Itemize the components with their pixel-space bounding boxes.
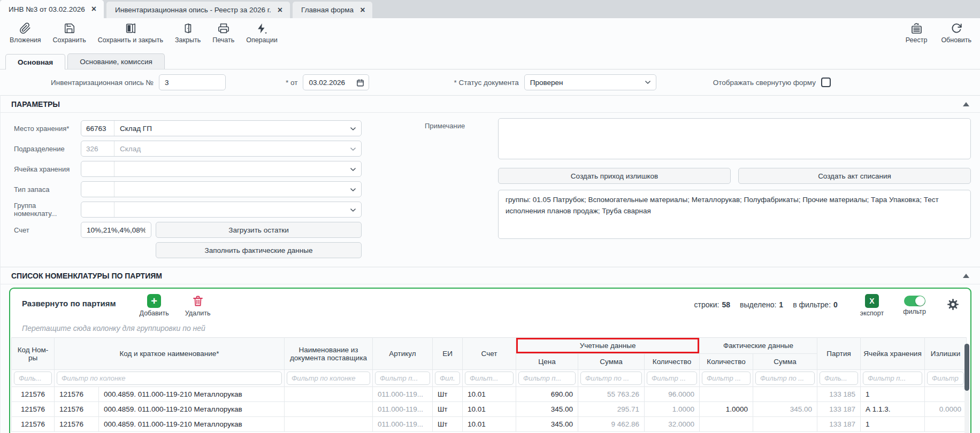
close-icon[interactable]: × [91,5,96,13]
table-cell[interactable]: 55 763.26 [578,387,645,402]
subdivision-select[interactable]: 326 Склад [81,141,362,157]
calendar-icon[interactable] [356,79,364,87]
table-cell[interactable] [700,387,753,402]
table-cell[interactable]: 121576 [55,402,99,417]
table-cell[interactable]: 000.4859. 011.000-119-210 Металлорукав [99,402,285,417]
date-input[interactable]: 03.02.2026 [303,74,369,90]
table-cell[interactable]: 121576 [55,417,99,432]
load-balances-button[interactable]: Загрузить остатки [156,222,362,238]
registry-button[interactable]: Реестр [906,22,928,44]
column-header[interactable]: Партия [817,338,861,370]
close-icon[interactable]: × [360,6,365,14]
table-cell[interactable]: Шт [433,417,463,432]
table-cell[interactable] [285,417,373,432]
table-row[interactable]: 121576121576000.4859. 011.000-119-210 Ме… [12,402,967,417]
table-row[interactable]: 121576121576000.4859. 011.000-119-210 Ме… [12,387,967,402]
table-cell[interactable]: 32.0000 [645,417,700,432]
column-header[interactable]: Ячейка хранения [861,338,925,370]
scrollbar-thumb[interactable] [964,344,969,391]
column-header[interactable]: Сумма [578,354,645,370]
stock-type-select[interactable] [81,181,362,197]
table-cell[interactable]: 0.0000 [925,402,967,417]
table-cell[interactable]: 121576 [12,402,55,417]
table-cell[interactable]: 121576 [12,417,55,432]
table-cell[interactable]: 345.00 [516,417,578,432]
column-header[interactable]: Артикул [373,338,433,370]
close-icon[interactable]: × [278,6,282,14]
save-button[interactable]: Сохранить [53,22,86,44]
inventory-number-input[interactable] [159,74,226,90]
table-cell[interactable]: 345.00 [516,402,578,417]
table-cell[interactable]: 011.000-119... [373,402,433,417]
fill-actual-data-button[interactable]: Заполнить фактические данные [156,242,362,258]
table-cell[interactable]: 96.0000 [645,387,700,402]
table-cell[interactable]: Шт [433,402,463,417]
export-excel-button[interactable]: X экспорт [860,294,884,317]
column-filter-input[interactable] [14,372,52,385]
table-cell[interactable]: 011.000-119... [373,387,433,402]
table-cell[interactable]: 133 187 [817,417,861,432]
table-cell[interactable] [925,387,967,402]
attachments-button[interactable]: Вложения [10,22,41,44]
table-cell[interactable]: 011.000-119... [373,417,433,432]
delete-row-button[interactable]: Удалить [185,294,211,317]
collapsed-form-checkbox[interactable] [821,78,831,87]
status-select[interactable]: Проверен [524,74,656,90]
column-filter-input[interactable] [518,372,576,385]
storage-place-select[interactable]: 66763 Склад ГП [81,120,362,136]
column-filter-input[interactable] [435,372,460,385]
save-and-close-button[interactable]: Сохранить и закрыть [98,22,163,44]
column-filter-input[interactable] [375,372,430,385]
gear-icon[interactable] [946,298,960,311]
column-filter-input[interactable] [580,372,642,385]
table-cell[interactable]: 133 185 [817,387,861,402]
table-cell[interactable] [925,417,967,432]
table-cell[interactable]: 121576 [12,387,55,402]
table-cell[interactable]: 1.0000 [645,402,700,417]
column-header[interactable]: Наименование из документа поставщика [285,338,373,370]
group-by-drop-zone[interactable]: Перетащите сюда колонку для группировки … [22,324,970,333]
collapse-icon[interactable] [963,102,969,106]
column-filter-input[interactable] [57,372,282,385]
column-filter-input[interactable] [647,372,697,385]
column-header[interactable]: Количество [645,354,700,370]
column-header[interactable]: Код и краткое наименование* [55,338,285,370]
column-header[interactable]: Излишки [925,338,967,370]
filter-toggle[interactable]: фильтр [903,294,926,315]
table-row[interactable]: 121576121576000.4859. 011.000-119-210 Ме… [12,417,967,432]
account-input[interactable] [81,222,151,238]
table-cell[interactable]: 121576 [55,387,99,402]
note-textarea[interactable] [498,118,971,159]
table-cell[interactable] [285,387,373,402]
column-filter-input[interactable] [702,372,751,385]
collapse-icon[interactable] [963,274,969,278]
window-tab-registry[interactable]: Инвентаризационная опись - Реестр за 202… [106,2,290,18]
table-cell[interactable]: 690.00 [516,387,578,402]
column-header[interactable]: ЕИ [433,338,463,370]
nomenclature-group-select[interactable] [81,202,362,218]
column-header[interactable]: Цена [516,354,578,370]
table-cell[interactable]: 345.00 [753,402,817,417]
column-group-header[interactable]: Учетные данные [516,338,700,354]
table-cell[interactable] [285,402,373,417]
refresh-button[interactable]: Обновить [941,22,971,44]
table-cell[interactable] [753,417,817,432]
table-cell[interactable]: 10.01 [463,417,516,432]
column-filter-input[interactable] [755,372,815,385]
column-header[interactable]: Код Ном-ры [12,338,55,370]
column-filter-input[interactable] [863,372,922,385]
window-tab-document[interactable]: ИНВ №3 от 03.02.2026 × [0,0,104,18]
table-cell[interactable]: 1 [861,387,925,402]
table-cell[interactable]: 133 187 [817,402,861,417]
table-cell[interactable]: 000.4859. 011.000-119-210 Металлорукав [99,417,285,432]
window-tab-main-form[interactable]: Главная форма × [293,2,372,18]
storage-cell-select[interactable] [81,161,362,177]
table-cell[interactable]: 10.01 [463,402,516,417]
create-writeoff-act-button[interactable]: Создать акт списания [738,168,971,184]
table-cell[interactable] [753,387,817,402]
table-cell[interactable]: Шт [433,387,463,402]
close-button[interactable]: Закрыть [175,22,201,44]
column-filter-input[interactable] [927,372,964,385]
create-surplus-receipt-button[interactable]: Создать приход излишков [498,168,731,184]
table-cell[interactable]: 295.71 [578,402,645,417]
